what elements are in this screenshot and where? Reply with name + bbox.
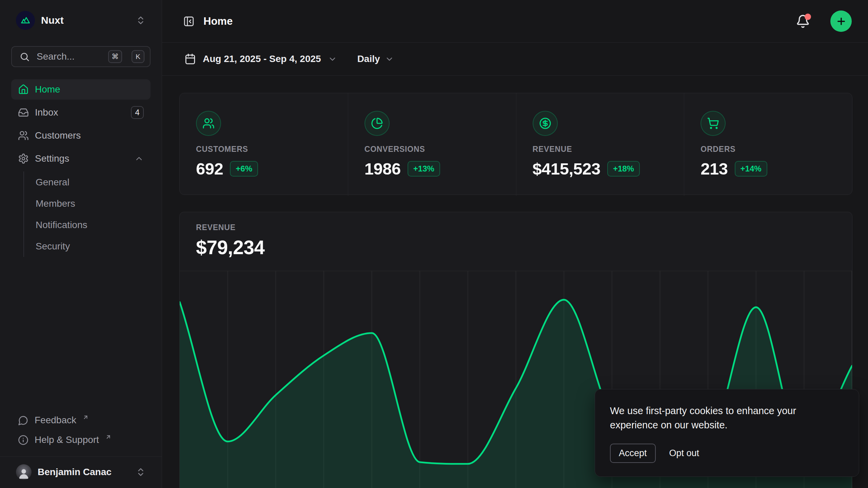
- cookie-accept-button[interactable]: Accept: [610, 444, 656, 463]
- user-avatar: [16, 464, 32, 480]
- revenue-chart-value: $79,234: [196, 236, 836, 259]
- sidebar-item-security[interactable]: Security: [24, 236, 151, 257]
- sidebar-item-label: Customers: [35, 130, 144, 141]
- shopping-cart-icon: [701, 111, 726, 136]
- kbd-k: K: [132, 50, 144, 63]
- sidebar-collapse-icon[interactable]: [183, 16, 195, 27]
- plus-icon: [836, 16, 847, 27]
- chat-bubble-icon: [18, 415, 28, 426]
- stat-value: 1986: [364, 159, 401, 178]
- chevrons-up-down-icon: [136, 15, 146, 25]
- settings-sub-list: General Members Notifications Security: [23, 171, 151, 257]
- sidebar: Nuxt Search... ⌘ K Home Inbox 4: [0, 0, 162, 488]
- nuxt-logo: [16, 11, 35, 30]
- sidebar-footer: Feedback Help & Support Benjamin Canac: [11, 410, 151, 488]
- search-icon: [19, 52, 30, 62]
- stat-label: ORDERS: [701, 145, 836, 154]
- chevron-up-icon: [134, 154, 144, 163]
- gear-icon: [18, 153, 29, 164]
- granularity-select[interactable]: Daily: [357, 54, 394, 64]
- cookie-banner: We use first-party cookies to enhance yo…: [595, 389, 859, 477]
- revenue-chart-label: REVENUE: [196, 223, 836, 232]
- sidebar-item-general[interactable]: General: [24, 171, 151, 193]
- stat-delta-badge: +14%: [735, 161, 767, 177]
- stats-panel: CUSTOMERS 692 +6% CONVERSIONS 1986 +13%: [179, 93, 852, 195]
- sidebar-item-label: Inbox: [35, 107, 125, 118]
- users-icon: [18, 130, 29, 141]
- chevron-down-icon: [385, 55, 394, 64]
- revenue-chart-header: REVENUE $79,234: [180, 212, 852, 259]
- stat-value: $415,523: [533, 159, 600, 178]
- notifications-bell-button[interactable]: [796, 14, 810, 28]
- chevrons-up-down-icon: [136, 467, 146, 477]
- stat-delta-badge: +13%: [408, 161, 440, 177]
- sidebar-item-customers[interactable]: Customers: [11, 125, 151, 146]
- sidebar-item-notifications[interactable]: Notifications: [24, 214, 151, 236]
- stat-label: CUSTOMERS: [196, 145, 332, 154]
- sidebar-item-home[interactable]: Home: [11, 79, 151, 100]
- search-placeholder: Search...: [37, 51, 101, 62]
- feedback-link[interactable]: Feedback: [11, 410, 151, 430]
- calendar-icon: [184, 53, 196, 65]
- main-header: Home: [162, 0, 868, 43]
- inbox-icon: [18, 107, 29, 118]
- home-icon: [18, 84, 29, 95]
- help-support-label: Help & Support: [35, 434, 99, 445]
- sidebar-item-members[interactable]: Members: [24, 193, 151, 214]
- users-icon: [196, 111, 221, 136]
- info-circle-icon: [18, 435, 28, 445]
- stat-card-conversions: CONVERSIONS 1986 +13%: [348, 93, 516, 196]
- sidebar-divider: [0, 456, 162, 457]
- sidebar-item-label: Home: [35, 84, 144, 95]
- cookie-message: We use first-party cookies to enhance yo…: [610, 404, 813, 432]
- sidebar-item-label: Settings: [35, 153, 128, 164]
- dollar-circle-icon: [533, 111, 558, 136]
- granularity-value: Daily: [357, 54, 380, 64]
- help-support-link[interactable]: Help & Support: [11, 430, 151, 450]
- kbd-cmd: ⌘: [108, 50, 122, 63]
- stat-value: 213: [701, 159, 728, 178]
- chevron-down-icon: [328, 55, 337, 64]
- stat-card-customers: CUSTOMERS 692 +6%: [180, 93, 348, 196]
- external-link-icon: [82, 414, 89, 421]
- stat-delta-badge: +6%: [230, 161, 258, 177]
- stat-label: CONVERSIONS: [364, 145, 500, 154]
- toolbar: Aug 21, 2025 - Sep 4, 2025 Daily: [162, 43, 868, 76]
- user-menu[interactable]: Benjamin Canac: [11, 460, 151, 485]
- inbox-count-badge: 4: [131, 106, 144, 119]
- sidebar-nav: Home Inbox 4 Customers Settings Genera: [11, 79, 151, 257]
- date-range-picker[interactable]: Aug 21, 2025 - Sep 4, 2025: [184, 53, 337, 65]
- stat-label: REVENUE: [533, 145, 668, 154]
- workspace-name: Nuxt: [41, 15, 130, 26]
- page-title: Home: [203, 15, 787, 27]
- workspace-switcher[interactable]: Nuxt: [11, 8, 151, 33]
- stat-value: 692: [196, 159, 223, 178]
- user-name: Benjamin Canac: [38, 467, 130, 477]
- add-button[interactable]: [830, 11, 852, 32]
- sidebar-item-inbox[interactable]: Inbox 4: [11, 102, 151, 123]
- pie-chart-icon: [364, 111, 390, 136]
- notification-dot: [805, 14, 811, 20]
- stat-card-orders: ORDERS 213 +14%: [684, 93, 852, 196]
- cookie-optout-button[interactable]: Opt out: [669, 448, 699, 459]
- search-input[interactable]: Search... ⌘ K: [11, 46, 151, 67]
- sidebar-item-settings[interactable]: Settings: [11, 148, 151, 169]
- stat-card-revenue: REVENUE $415,523 +18%: [516, 93, 684, 196]
- date-range-value: Aug 21, 2025 - Sep 4, 2025: [203, 54, 321, 64]
- external-link-icon: [105, 434, 112, 440]
- stat-delta-badge: +18%: [607, 161, 640, 177]
- feedback-label: Feedback: [35, 415, 76, 426]
